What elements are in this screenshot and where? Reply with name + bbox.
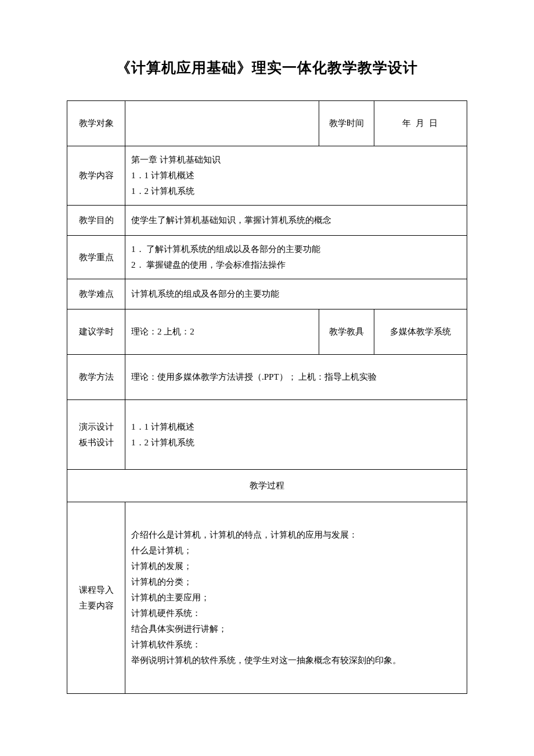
value-content: 第一章 计算机基础知识 1．1 计算机概述 1．2 计算机系统 xyxy=(125,146,467,206)
value-date: 年 月 日 xyxy=(374,101,467,146)
row-difficulty: 教学难点 计算机系统的组成及各部分的主要功能 xyxy=(67,279,467,309)
row-intro: 课程导入 主要内容 介绍什么是计算机，计算机的特点，计算机的应用与发展： 什么是… xyxy=(67,502,467,694)
label-time: 教学时间 xyxy=(319,101,374,146)
lesson-plan-table: 教学对象 教学时间 年 月 日 教学内容 第一章 计算机基础知识 1．1 计算机… xyxy=(67,100,467,694)
row-process: 教学过程 xyxy=(67,470,467,502)
value-subject xyxy=(125,101,319,146)
label-design: 演示设计 板书设计 xyxy=(67,400,125,470)
label-process: 教学过程 xyxy=(67,470,467,502)
value-hours: 理论：2 上机：2 xyxy=(125,309,319,355)
row-keypoint: 教学重点 1． 了解计算机系统的组成以及各部分的主要功能 2． 掌握键盘的使用，… xyxy=(67,236,467,279)
row-hours: 建议学时 理论：2 上机：2 教学教具 多媒体教学系统 xyxy=(67,309,467,355)
label-keypoint: 教学重点 xyxy=(67,236,125,279)
label-tools: 教学教具 xyxy=(319,309,374,355)
value-keypoint: 1． 了解计算机系统的组成以及各部分的主要功能 2． 掌握键盘的使用，学会标准指… xyxy=(125,236,467,279)
label-difficulty: 教学难点 xyxy=(67,279,125,309)
page-title: 《计算机应用基础》理实一体化教学教学设计 xyxy=(67,58,467,77)
label-objective: 教学目的 xyxy=(67,206,125,236)
label-subject: 教学对象 xyxy=(67,101,125,146)
value-intro: 介绍什么是计算机，计算机的特点，计算机的应用与发展： 什么是计算机； 计算机的发… xyxy=(125,502,467,694)
row-method: 教学方法 理论：使用多媒体教学方法讲授（.PPT）； 上机：指导上机实验 xyxy=(67,355,467,400)
value-difficulty: 计算机系统的组成及各部分的主要功能 xyxy=(125,279,467,309)
value-method: 理论：使用多媒体教学方法讲授（.PPT）； 上机：指导上机实验 xyxy=(125,355,467,400)
row-content: 教学内容 第一章 计算机基础知识 1．1 计算机概述 1．2 计算机系统 xyxy=(67,146,467,206)
label-intro: 课程导入 主要内容 xyxy=(67,502,125,694)
value-design: 1．1 计算机概述 1．2 计算机系统 xyxy=(125,400,467,470)
label-hours: 建议学时 xyxy=(67,309,125,355)
label-method: 教学方法 xyxy=(67,355,125,400)
row-objective: 教学目的 使学生了解计算机基础知识，掌握计算机系统的概念 xyxy=(67,206,467,236)
value-objective: 使学生了解计算机基础知识，掌握计算机系统的概念 xyxy=(125,206,467,236)
row-design: 演示设计 板书设计 1．1 计算机概述 1．2 计算机系统 xyxy=(67,400,467,470)
row-subject: 教学对象 教学时间 年 月 日 xyxy=(67,101,467,146)
value-tools: 多媒体教学系统 xyxy=(374,309,467,355)
label-content: 教学内容 xyxy=(67,146,125,206)
